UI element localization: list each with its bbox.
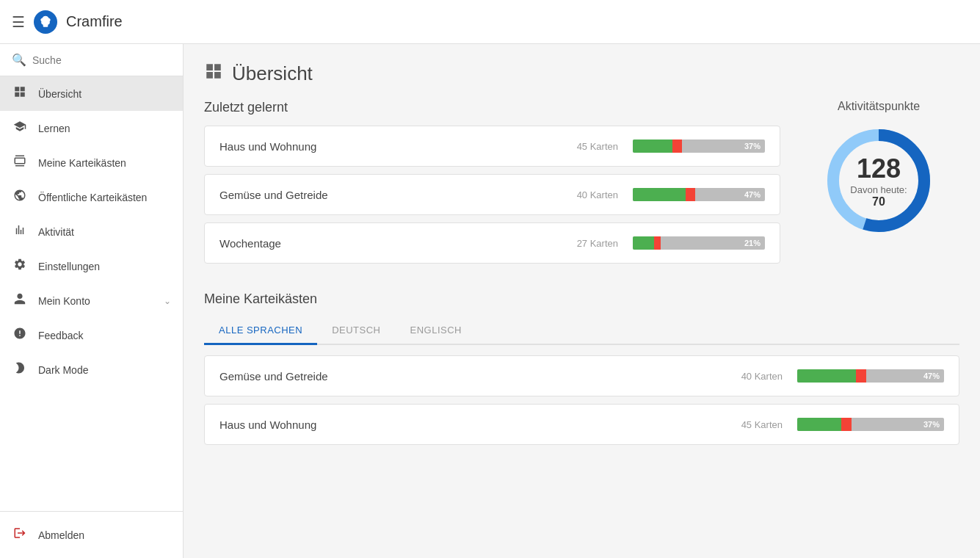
my-cards-section: Meine Karteikästen ALLE SPRACHEN DEUTSCH… bbox=[204, 291, 959, 445]
sidebar-item-lernen[interactable]: Lernen bbox=[0, 111, 183, 145]
my-cards-title: Meine Karteikästen bbox=[204, 291, 959, 307]
layout: 🔍 Übersicht Lernen bbox=[0, 44, 980, 558]
sidebar-label-einstellungen: Einstellungen bbox=[38, 261, 171, 272]
card-count-1: 45 Karten bbox=[559, 141, 618, 152]
activity-today: 70 bbox=[850, 195, 907, 209]
nav-items: Übersicht Lernen Meine Karteikästen bbox=[0, 76, 183, 511]
sidebar-label-lernen: Lernen bbox=[38, 123, 171, 134]
graduation-cap-icon bbox=[12, 120, 28, 137]
activity-points-card: Aktivitätspunkte 128 Davon heute: 70 bbox=[798, 100, 959, 239]
activity-total: 128 bbox=[850, 153, 907, 184]
tab-deutsch[interactable]: DEUTSCH bbox=[317, 317, 395, 345]
donut-chart: 128 Davon heute: 70 bbox=[820, 122, 937, 239]
progress-green-2 bbox=[633, 188, 686, 201]
sidebar-item-ubersicht[interactable]: Übersicht bbox=[0, 76, 183, 111]
sidebar-label-aktivitat: Aktivität bbox=[38, 226, 171, 238]
my-progress-red-1 bbox=[856, 369, 866, 383]
sidebar-label-mein-konto: Mein Konto bbox=[38, 295, 153, 307]
tab-alle-sprachen[interactable]: ALLE SPRACHEN bbox=[204, 317, 317, 345]
card-count-3: 27 Karten bbox=[559, 238, 618, 249]
sidebar-item-feedback[interactable]: Feedback bbox=[0, 318, 183, 352]
gear-icon bbox=[12, 258, 28, 275]
sidebar-label-ubersicht: Übersicht bbox=[38, 88, 171, 100]
tabs-bar: ALLE SPRACHEN DEUTSCH ENGLISCH bbox=[204, 317, 959, 345]
my-progress-green-2 bbox=[797, 418, 841, 431]
progress-red-1 bbox=[672, 140, 682, 153]
my-progress-label-1: 47% bbox=[923, 372, 940, 380]
sidebar-item-meine-karteikasten[interactable]: Meine Karteikästen bbox=[0, 145, 183, 180]
main-content: Übersicht Zuletzt gelernt Haus und Wohnu… bbox=[184, 44, 980, 558]
brain-icon bbox=[38, 15, 53, 29]
sidebar-item-aktivitat[interactable]: Aktivität bbox=[0, 214, 183, 249]
topbar: ☰ Cramfire bbox=[0, 0, 980, 44]
page-header-icon bbox=[204, 62, 223, 85]
sidebar-item-einstellungen[interactable]: Einstellungen bbox=[0, 249, 183, 283]
progress-bar-3: 21% bbox=[633, 236, 765, 250]
progress-red-2 bbox=[686, 188, 695, 201]
table-row[interactable]: Gemüse und Getreide 40 Karten 47% bbox=[204, 174, 780, 215]
tab-englisch[interactable]: ENGLISCH bbox=[396, 317, 476, 345]
progress-red-3 bbox=[654, 236, 661, 250]
chevron-down-icon: ⌄ bbox=[164, 296, 171, 306]
progress-label-3: 21% bbox=[744, 239, 761, 247]
my-progress-bar-1: 47% bbox=[797, 369, 944, 383]
sidebar-item-abmelden[interactable]: Abmelden bbox=[0, 518, 183, 552]
bar-chart-icon bbox=[12, 223, 28, 240]
progress-label-1: 37% bbox=[744, 142, 761, 151]
app-logo bbox=[34, 10, 57, 34]
my-progress-bar-2: 37% bbox=[797, 418, 944, 431]
donut-center: 128 Davon heute: 70 bbox=[850, 153, 907, 209]
sidebar-item-dark-mode[interactable]: Dark Mode bbox=[0, 352, 183, 387]
progress-green-3 bbox=[633, 236, 654, 250]
sidebar-item-offentliche-karteikasten[interactable]: Öffentliche Karteikästen bbox=[0, 180, 183, 214]
my-card-count-2: 45 Karten bbox=[724, 419, 783, 430]
globe-icon bbox=[12, 189, 28, 206]
my-progress-label-2: 37% bbox=[923, 420, 940, 429]
progress-bar-1: 37% bbox=[633, 140, 765, 153]
nav-bottom: Abmelden bbox=[0, 511, 183, 558]
card-name-1: Haus und Wohnung bbox=[219, 140, 545, 153]
sidebar-label-meine-karteikasten: Meine Karteikästen bbox=[38, 157, 171, 169]
cards-icon bbox=[12, 154, 28, 171]
sidebar-label-abmelden: Abmelden bbox=[38, 529, 171, 541]
card-name-2: Gemüse und Getreide bbox=[219, 189, 545, 201]
my-card-name-1: Gemüse und Getreide bbox=[219, 370, 709, 383]
moon-icon bbox=[12, 361, 28, 378]
activity-title: Aktivitätspunkte bbox=[838, 100, 920, 113]
logout-icon bbox=[12, 526, 28, 543]
top-section: Zuletzt gelernt Haus und Wohnung 45 Kart… bbox=[204, 100, 959, 271]
page-title: Übersicht bbox=[232, 62, 313, 85]
table-row[interactable]: Haus und Wohnung 45 Karten 37% bbox=[204, 126, 780, 167]
sidebar-label-dark-mode: Dark Mode bbox=[38, 364, 171, 376]
my-card-name-2: Haus und Wohnung bbox=[219, 418, 709, 431]
table-row[interactable]: Wochentage 27 Karten 21% bbox=[204, 222, 780, 264]
search-box: 🔍 bbox=[0, 44, 183, 76]
search-icon: 🔍 bbox=[12, 53, 26, 67]
sidebar: 🔍 Übersicht Lernen bbox=[0, 44, 184, 558]
card-name-3: Wochentage bbox=[219, 237, 545, 250]
my-card-count-1: 40 Karten bbox=[724, 371, 783, 382]
card-count-2: 40 Karten bbox=[559, 189, 618, 200]
my-progress-red-2 bbox=[841, 418, 852, 431]
recently-learned-title: Zuletzt gelernt bbox=[204, 100, 780, 115]
page-header: Übersicht bbox=[204, 62, 959, 85]
person-icon bbox=[12, 292, 28, 309]
grid-icon bbox=[12, 85, 28, 102]
menu-icon[interactable]: ☰ bbox=[12, 13, 25, 31]
sidebar-label-offentliche-karteikasten: Öffentliche Karteikästen bbox=[38, 192, 171, 203]
list-item[interactable]: Gemüse und Getreide 40 Karten 47% bbox=[204, 355, 959, 396]
progress-bar-2: 47% bbox=[633, 188, 765, 201]
list-item[interactable]: Haus und Wohnung 45 Karten 37% bbox=[204, 404, 959, 445]
search-input[interactable] bbox=[32, 54, 171, 66]
my-progress-green-1 bbox=[797, 369, 856, 383]
sidebar-item-mein-konto[interactable]: Mein Konto ⌄ bbox=[0, 283, 183, 318]
progress-label-2: 47% bbox=[744, 190, 761, 199]
sidebar-label-feedback: Feedback bbox=[38, 330, 171, 341]
exclamation-icon bbox=[12, 327, 28, 344]
activity-today-label: Davon heute: bbox=[850, 184, 907, 195]
recently-learned: Zuletzt gelernt Haus und Wohnung 45 Kart… bbox=[204, 100, 780, 271]
progress-green-1 bbox=[633, 140, 672, 153]
app-title: Cramfire bbox=[66, 13, 123, 30]
